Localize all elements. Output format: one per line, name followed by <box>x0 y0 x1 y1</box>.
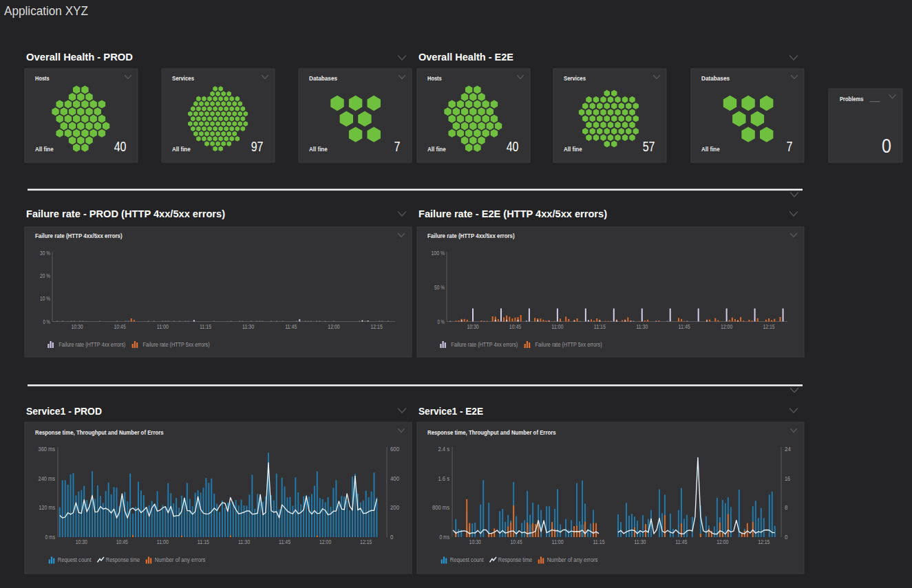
svg-text:30 %: 30 % <box>40 250 50 257</box>
svg-text:57: 57 <box>643 139 655 154</box>
svg-text:11:30: 11:30 <box>636 323 648 330</box>
svg-text:0: 0 <box>882 135 891 157</box>
svg-text:1.6 s: 1.6 s <box>438 475 450 482</box>
svg-text:10:30: 10:30 <box>71 323 83 330</box>
svg-text:Failure rate - PROD (HTTP 4xx/: Failure rate - PROD (HTTP 4xx/5xx errors… <box>26 208 225 219</box>
svg-text:Failure rate (HTTP 4xx errors): Failure rate (HTTP 4xx errors) <box>451 341 518 348</box>
svg-text:10 %: 10 % <box>40 295 50 302</box>
svg-text:Service1 - PROD: Service1 - PROD <box>26 405 102 417</box>
svg-text:11:45: 11:45 <box>675 538 687 545</box>
svg-text:12:00: 12:00 <box>717 538 728 545</box>
svg-text:11:45: 11:45 <box>679 323 690 330</box>
svg-text:Request count: Request count <box>450 556 485 563</box>
svg-text:Hosts: Hosts <box>427 74 442 82</box>
svg-text:12:00: 12:00 <box>328 323 339 330</box>
svg-text:100 %: 100 % <box>432 250 445 257</box>
svg-text:10:45: 10:45 <box>114 323 126 330</box>
svg-text:All fine: All fine <box>701 145 720 153</box>
svg-text:Overall Health - PROD: Overall Health - PROD <box>26 51 133 63</box>
svg-text:All fine: All fine <box>172 145 191 153</box>
svg-text:Failure rate (HTTP 4xx errors): Failure rate (HTTP 4xx errors) <box>59 341 125 348</box>
svg-text:11:00: 11:00 <box>551 538 563 545</box>
svg-text:Request count: Request count <box>58 556 92 563</box>
svg-text:50 %: 50 % <box>434 284 445 291</box>
svg-text:Hosts: Hosts <box>35 74 50 82</box>
svg-text:0 ms: 0 ms <box>440 534 450 541</box>
svg-text:0 ms: 0 ms <box>45 534 56 541</box>
svg-text:12:00: 12:00 <box>319 538 331 545</box>
svg-text:11:15: 11:15 <box>200 323 211 330</box>
svg-text:11:15: 11:15 <box>198 538 209 545</box>
svg-text:7: 7 <box>787 139 793 154</box>
svg-text:360 ms: 360 ms <box>39 446 56 453</box>
svg-text:97: 97 <box>251 139 264 154</box>
svg-text:800 ms: 800 ms <box>432 504 449 511</box>
svg-text:10:45: 10:45 <box>116 538 128 545</box>
svg-text:All fine: All fine <box>564 145 582 153</box>
svg-text:2.4 s: 2.4 s <box>438 446 450 453</box>
svg-text:Application XYZ: Application XYZ <box>4 4 88 18</box>
svg-text:Failure rate (HTTP 5xx errors): Failure rate (HTTP 5xx errors) <box>143 341 210 348</box>
svg-text:10:30: 10:30 <box>469 538 481 545</box>
svg-text:600: 600 <box>390 446 399 453</box>
svg-text:Databases: Databases <box>309 74 337 82</box>
svg-text:Failure rate - E2E (HTTP 4xx/5: Failure rate - E2E (HTTP 4xx/5xx errors) <box>418 208 607 219</box>
svg-text:11:15: 11:15 <box>594 323 606 330</box>
svg-text:10:30: 10:30 <box>467 323 478 330</box>
svg-text:Overall Health - E2E: Overall Health - E2E <box>418 51 513 63</box>
svg-text:11:30: 11:30 <box>242 323 254 330</box>
svg-text:Failure rate (HTTP 4xx/5xx err: Failure rate (HTTP 4xx/5xx errors) <box>427 232 515 239</box>
svg-text:All fine: All fine <box>35 145 54 153</box>
svg-text:12:15: 12:15 <box>371 323 383 330</box>
svg-text:12:15: 12:15 <box>360 538 372 545</box>
svg-text:11:00: 11:00 <box>157 538 169 545</box>
svg-text:Databases: Databases <box>701 74 730 82</box>
svg-text:16: 16 <box>785 475 790 482</box>
svg-text:0: 0 <box>390 534 394 541</box>
svg-text:Response time, Throughput and: Response time, Throughput and Number of … <box>35 428 164 436</box>
svg-text:11:30: 11:30 <box>634 538 646 545</box>
svg-text:Service1 - E2E: Service1 - E2E <box>418 405 483 417</box>
svg-text:Failure rate (HTTP 5xx errors): Failure rate (HTTP 5xx errors) <box>535 341 602 348</box>
svg-text:240 ms: 240 ms <box>39 475 56 482</box>
svg-text:400: 400 <box>390 475 399 482</box>
svg-text:12:15: 12:15 <box>758 538 770 545</box>
svg-text:11:15: 11:15 <box>593 538 604 545</box>
svg-text:Failure rate (HTTP 4xx/5xx err: Failure rate (HTTP 4xx/5xx errors) <box>35 232 123 239</box>
svg-text:Response time: Response time <box>498 556 533 563</box>
svg-text:20 %: 20 % <box>40 272 50 279</box>
svg-text:11:00: 11:00 <box>551 323 563 330</box>
svg-text:11:00: 11:00 <box>157 323 169 330</box>
svg-text:0 %: 0 % <box>437 318 445 325</box>
svg-text:10:45: 10:45 <box>511 538 522 545</box>
svg-text:120 ms: 120 ms <box>39 504 56 511</box>
svg-text:Number of any errors: Number of any errors <box>155 556 206 563</box>
svg-text:40: 40 <box>114 139 127 154</box>
svg-text:10:30: 10:30 <box>76 538 87 545</box>
svg-text:10:45: 10:45 <box>509 323 521 330</box>
svg-text:All fine: All fine <box>309 145 328 153</box>
svg-text:12:00: 12:00 <box>721 323 732 330</box>
svg-text:7: 7 <box>394 139 401 154</box>
svg-text:8: 8 <box>785 504 788 511</box>
svg-text:Response time: Response time <box>106 556 140 563</box>
svg-text:12:15: 12:15 <box>763 323 774 330</box>
svg-text:Services: Services <box>172 74 194 82</box>
svg-text:0 %: 0 % <box>43 318 50 325</box>
svg-text:24: 24 <box>785 446 791 453</box>
svg-text:40: 40 <box>507 139 519 154</box>
svg-text:All fine: All fine <box>427 145 446 153</box>
svg-text:Response time, Throughput and: Response time, Throughput and Number of … <box>427 428 556 436</box>
svg-text:11:45: 11:45 <box>285 323 297 330</box>
svg-text:11:30: 11:30 <box>238 538 250 545</box>
svg-text:200: 200 <box>390 504 399 511</box>
svg-text:Services: Services <box>564 74 586 82</box>
svg-text:Problems: Problems <box>840 95 863 102</box>
svg-text:Number of any errors: Number of any errors <box>547 556 598 563</box>
svg-text:0: 0 <box>785 534 788 541</box>
svg-text:11:45: 11:45 <box>279 538 290 545</box>
